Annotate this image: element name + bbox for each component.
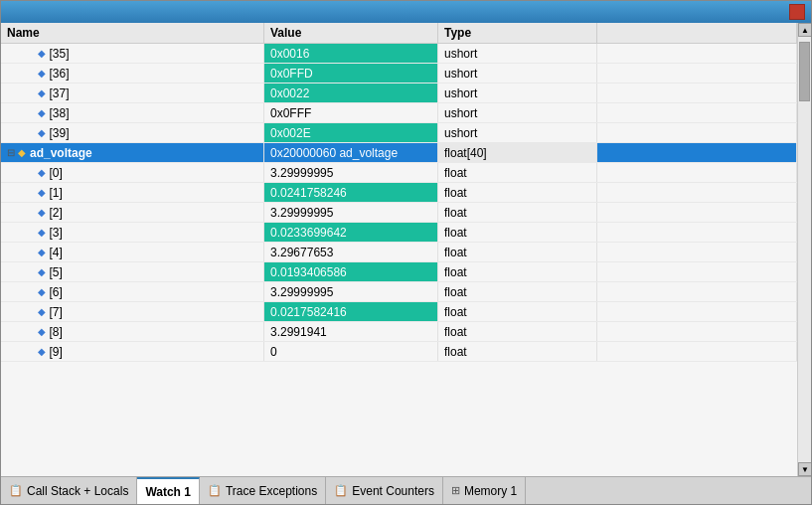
row-name: [9]	[50, 345, 63, 359]
diamond-icon: ◆	[38, 266, 46, 277]
value-cell: 0x0FFF	[264, 103, 438, 122]
tab-trace[interactable]: 📋Trace Exceptions	[200, 477, 326, 504]
diamond-icon: ◆	[38, 306, 46, 317]
table-row[interactable]: ◆[1]0.0241758246float	[1, 183, 797, 203]
type-cell: float	[438, 282, 597, 301]
extra-cell	[597, 223, 797, 242]
row-name: [36]	[50, 67, 70, 81]
row-name: [39]	[50, 126, 70, 140]
diamond-icon: ◆	[38, 227, 46, 238]
tab-icon-events: 📋	[334, 484, 348, 497]
table-row[interactable]: ◆[9]0float	[1, 342, 797, 362]
type-cell: float	[438, 302, 597, 321]
title-bar	[1, 1, 811, 23]
value-cell: 0x0016	[264, 44, 438, 63]
row-name: [1]	[50, 186, 63, 200]
expand-icon[interactable]: ⊟	[7, 147, 15, 158]
value-cell: 0.0241758246	[264, 183, 438, 202]
extra-cell	[597, 84, 797, 102]
tab-events[interactable]: 📋Event Counters	[326, 477, 443, 504]
extra-cell	[597, 163, 797, 182]
table-row[interactable]: ◆[38]0x0FFFushort	[1, 103, 797, 123]
row-name: [6]	[50, 285, 63, 299]
tree-lines	[7, 86, 34, 99]
extra-cell	[597, 44, 797, 63]
row-name: [35]	[50, 47, 70, 61]
table-row[interactable]: ◆[37]0x0022ushort	[1, 84, 797, 103]
table-row[interactable]: ◆[35]0x0016ushort	[1, 44, 797, 64]
table-row[interactable]: ◆[5]0.0193406586float	[1, 262, 797, 282]
table-row[interactable]: ◆[3]0.0233699642float	[1, 223, 797, 243]
scroll-track[interactable]	[798, 37, 811, 462]
tab-label-callstack: Call Stack + Locals	[27, 484, 128, 498]
table-row[interactable]: ◆[39]0x002Eushort	[1, 123, 797, 143]
tab-icon-callstack: 📋	[9, 484, 23, 497]
name-cell: ◆[4]	[1, 243, 264, 261]
value-cell: 3.2991941	[264, 322, 438, 341]
value-cell: 3.29677653	[264, 243, 438, 261]
extra-cell	[597, 183, 797, 202]
diamond-icon: ◆	[38, 326, 46, 337]
extra-cell	[597, 302, 797, 321]
type-cell: float	[438, 203, 597, 222]
header-type: Type	[438, 23, 597, 43]
vertical-scrollbar[interactable]: ▲ ▼	[797, 23, 811, 476]
name-cell: ◆[6]	[1, 282, 264, 301]
close-button[interactable]	[789, 4, 805, 20]
name-cell: ◆[2]	[1, 203, 264, 222]
diamond-icon: ◆	[38, 207, 46, 218]
value-cell: 3.29999995	[264, 282, 438, 301]
tab-icon-trace: 📋	[208, 484, 222, 497]
tab-memory[interactable]: ⊞Memory 1	[443, 477, 526, 504]
table-row[interactable]: ◆[6]3.29999995float	[1, 282, 797, 302]
type-cell: ushort	[438, 123, 597, 142]
table-row[interactable]: ◆[36]0x0FFDushort	[1, 64, 797, 84]
tree-lines	[7, 166, 34, 179]
extra-cell	[597, 282, 797, 301]
extra-cell	[597, 203, 797, 222]
extra-cell	[597, 342, 797, 361]
header-value: Value	[264, 23, 438, 43]
value-cell: 0	[264, 342, 438, 361]
name-cell: ◆[3]	[1, 223, 264, 242]
table-row[interactable]: ◆[0]3.29999995float	[1, 163, 797, 183]
name-cell: ◆[35]	[1, 44, 264, 63]
type-cell: float	[438, 342, 597, 361]
type-cell: ushort	[438, 44, 597, 63]
table-row[interactable]: ◆[8]3.2991941float	[1, 322, 797, 342]
table-row[interactable]: ◆[4]3.29677653float	[1, 243, 797, 262]
type-cell: float	[438, 243, 597, 261]
table-row[interactable]: ⊟◆ad_voltage0x20000060 ad_voltagefloat[4…	[1, 143, 797, 163]
extra-cell	[597, 143, 797, 162]
scroll-down-button[interactable]: ▼	[798, 462, 811, 476]
diamond-icon: ◆	[38, 346, 46, 357]
table-area: Name Value Type ◆[35]0x0016ushort ◆[36]0…	[1, 23, 797, 476]
name-cell: ◆[9]	[1, 342, 264, 361]
diamond-icon: ◆	[38, 167, 46, 178]
table-row[interactable]: ◆[7]0.0217582416float	[1, 302, 797, 322]
row-name: ad_voltage	[30, 146, 92, 160]
row-name: [8]	[50, 325, 63, 339]
name-cell: ◆[1]	[1, 183, 264, 202]
diamond-icon: ◆	[38, 107, 46, 118]
name-cell: ◆[5]	[1, 262, 264, 281]
tab-watch1[interactable]: Watch 1	[137, 477, 200, 504]
value-cell: 0x0FFD	[264, 64, 438, 83]
table-body[interactable]: ◆[35]0x0016ushort ◆[36]0x0FFDushort ◆[37…	[1, 44, 797, 476]
value-cell: 0x002E	[264, 123, 438, 142]
tab-label-events: Event Counters	[352, 484, 434, 498]
value-cell: 0x0022	[264, 84, 438, 102]
extra-cell	[597, 243, 797, 261]
scroll-thumb[interactable]	[799, 42, 810, 101]
type-cell: float	[438, 223, 597, 242]
diamond-icon: ◆	[38, 127, 46, 138]
table-row[interactable]: ◆[2]3.29999995float	[1, 203, 797, 223]
tree-lines	[7, 186, 34, 199]
main-content: Name Value Type ◆[35]0x0016ushort ◆[36]0…	[1, 23, 811, 476]
tab-callstack[interactable]: 📋Call Stack + Locals	[1, 477, 137, 504]
type-cell: ushort	[438, 103, 597, 122]
watch-window: Name Value Type ◆[35]0x0016ushort ◆[36]0…	[0, 0, 812, 505]
scroll-up-button[interactable]: ▲	[798, 23, 811, 37]
tree-lines	[7, 305, 34, 318]
tree-lines	[7, 246, 34, 258]
